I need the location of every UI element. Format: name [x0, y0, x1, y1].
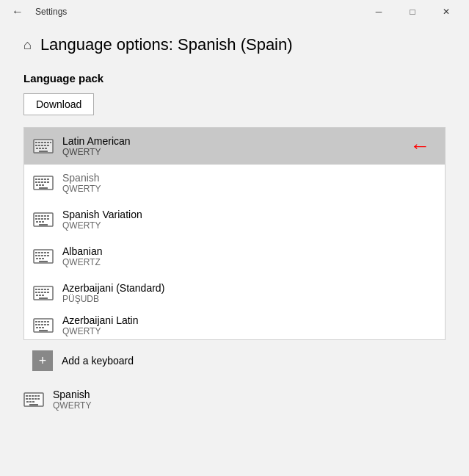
list-item-text: Albanian QWERTZ — [62, 245, 436, 267]
svg-rect-93 — [26, 395, 28, 397]
svg-rect-58 — [36, 258, 38, 259]
svg-rect-20 — [41, 178, 43, 180]
back-button[interactable]: ← — [6, 0, 29, 24]
svg-rect-84 — [38, 324, 40, 325]
svg-rect-59 — [39, 258, 41, 259]
svg-rect-104 — [29, 401, 32, 403]
svg-rect-1 — [35, 142, 37, 143]
svg-rect-101 — [34, 398, 37, 400]
svg-rect-40 — [41, 218, 43, 220]
keyboard-icon — [33, 176, 54, 190]
svg-rect-19 — [38, 178, 40, 180]
svg-rect-9 — [41, 145, 43, 146]
svg-rect-106 — [29, 404, 38, 405]
svg-rect-30 — [42, 184, 44, 186]
list-item[interactable]: Latin American QWERTY ← — [24, 128, 445, 165]
list-item-name: Spanish — [62, 172, 436, 184]
add-plus-label: + — [39, 353, 47, 369]
list-item-sub: QWERTY — [62, 220, 436, 231]
list-item-sub: QWERTY — [62, 184, 436, 194]
svg-rect-33 — [35, 215, 37, 217]
svg-rect-88 — [36, 327, 38, 328]
keyboard-icon — [33, 212, 54, 227]
svg-rect-2 — [38, 142, 40, 143]
keyboard-icon — [33, 249, 54, 264]
svg-rect-65 — [41, 289, 43, 290]
svg-rect-35 — [41, 215, 43, 217]
svg-rect-82 — [47, 321, 49, 322]
svg-rect-94 — [29, 395, 31, 397]
close-button[interactable]: ✕ — [429, 0, 463, 24]
svg-rect-44 — [39, 221, 41, 223]
svg-rect-50 — [41, 252, 43, 253]
list-item-name: Spanish — [53, 389, 446, 400]
page-header: ⌂ Language options: Spanish (Spain) — [23, 24, 446, 72]
list-item-text: Latin American QWERTY — [62, 135, 436, 157]
svg-rect-27 — [47, 181, 49, 183]
svg-rect-48 — [35, 252, 37, 253]
svg-rect-22 — [47, 178, 49, 180]
keyboard-icon — [33, 286, 54, 300]
list-item-sub: PÜŞUDB — [62, 294, 436, 304]
download-button[interactable]: Download — [23, 93, 94, 115]
maximize-button[interactable]: □ — [396, 0, 429, 24]
list-item-sub: QWERTZ — [62, 257, 436, 267]
list-item[interactable]: Azerbaijani (Standard) PÜŞUDB — [24, 275, 445, 311]
svg-rect-89 — [39, 327, 41, 328]
svg-rect-64 — [38, 289, 40, 290]
list-item-text: Spanish QWERTY — [62, 172, 436, 194]
svg-rect-3 — [41, 142, 43, 143]
svg-rect-100 — [32, 398, 34, 400]
svg-rect-52 — [47, 252, 49, 253]
svg-rect-60 — [42, 258, 44, 259]
svg-rect-103 — [26, 401, 29, 403]
add-keyboard-row[interactable]: + Add a keyboard — [23, 343, 446, 378]
titlebar-title: Settings — [35, 7, 67, 17]
svg-rect-69 — [38, 292, 40, 293]
keyboard-icon — [23, 392, 44, 407]
svg-rect-55 — [41, 255, 43, 256]
svg-rect-6 — [50, 142, 51, 143]
svg-rect-10 — [44, 145, 46, 146]
list-item[interactable]: Spanish Variation QWERTY — [24, 201, 445, 238]
list-item-text: Spanish Variation QWERTY — [62, 209, 436, 231]
list-item-name: Latin American — [62, 135, 436, 147]
svg-rect-83 — [35, 324, 37, 325]
svg-rect-87 — [47, 324, 49, 325]
svg-rect-34 — [38, 215, 40, 217]
svg-rect-61 — [39, 261, 48, 262]
svg-rect-42 — [47, 218, 49, 220]
language-pack-section: Language pack Download — [23, 72, 446, 127]
page-title: Language options: Spanish (Spain) — [40, 35, 293, 54]
add-keyboard-label: Add a keyboard — [62, 355, 134, 367]
bottom-keyboard-item[interactable]: Spanish QWERTY — [23, 381, 446, 418]
svg-rect-31 — [39, 187, 48, 189]
svg-rect-14 — [42, 148, 44, 149]
svg-rect-95 — [32, 395, 34, 397]
svg-rect-41 — [44, 218, 46, 220]
list-item-text: Spanish QWERTY — [53, 389, 446, 411]
svg-rect-74 — [39, 295, 41, 296]
keyboard-icon — [33, 318, 54, 333]
list-item-sub: QWERTY — [53, 400, 446, 411]
list-item-name: Azerbaijani (Standard) — [62, 282, 436, 294]
svg-rect-21 — [44, 178, 46, 180]
svg-rect-105 — [32, 401, 34, 403]
svg-rect-79 — [38, 321, 40, 322]
svg-rect-56 — [44, 255, 46, 256]
titlebar-left: ← Settings — [6, 0, 67, 24]
keyboard-icon — [33, 139, 54, 154]
svg-rect-70 — [41, 292, 43, 293]
list-item[interactable]: Azerbaijani Latin QWERTY — [24, 311, 445, 339]
list-item[interactable]: Spanish QWERTY — [24, 165, 445, 201]
svg-rect-86 — [44, 324, 46, 325]
svg-rect-7 — [35, 145, 37, 146]
svg-rect-73 — [36, 295, 38, 296]
svg-rect-39 — [38, 218, 40, 220]
svg-rect-91 — [39, 330, 48, 331]
svg-rect-81 — [44, 321, 46, 322]
list-item[interactable]: Albanian QWERTZ — [24, 238, 445, 275]
list-item-name: Azerbaijani Latin — [62, 314, 436, 326]
minimize-button[interactable]: ─ — [362, 0, 396, 24]
home-icon[interactable]: ⌂ — [23, 37, 32, 53]
